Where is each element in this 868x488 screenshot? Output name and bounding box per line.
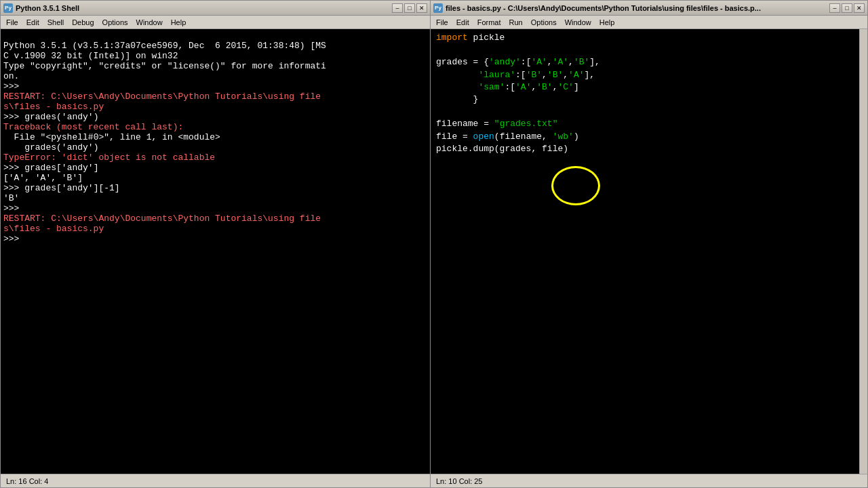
code-line-blank2 [436, 106, 854, 118]
editor-menu-edit[interactable]: Edit [452, 18, 473, 27]
shell-window-icon: Py [3, 3, 13, 13]
code-line-blank1 [436, 44, 854, 56]
code-line-grades4: } [436, 94, 854, 106]
shell-line-1: Python 3.5.1 (v3.5.1:37a07cee5969, Dec 6… [3, 41, 326, 51]
code-line-pickle-dump: pickle.dump(grades, file) [436, 143, 854, 155]
shell-maximize-button[interactable]: □ [404, 3, 415, 13]
shell-close-button[interactable]: ✕ [416, 3, 427, 13]
shell-line-3: Type "copyright", "credits" or "license(… [3, 61, 326, 71]
code-line-filename: filename = "grades.txt" [436, 118, 854, 130]
editor-menu-options[interactable]: Options [527, 18, 561, 27]
shell-traceback-1: Traceback (most recent call last): [3, 122, 183, 132]
shell-result-2: 'B' [3, 193, 19, 203]
shell-menu-help[interactable]: Help [167, 18, 191, 27]
shell-error-1: TypeError: 'dict' object is not callable [3, 152, 215, 163]
shell-menu-window[interactable]: Window [132, 18, 167, 27]
code-line-grades1: grades = {'andy':['A','A','B'], [436, 56, 854, 68]
editor-menu-format[interactable]: Format [473, 18, 505, 27]
code-line-import: import pickle [436, 32, 854, 44]
annotation-circle [551, 166, 600, 205]
shell-menu-debug[interactable]: Debug [68, 18, 98, 27]
editor-status-text: Ln: 10 Col: 25 [436, 477, 483, 485]
shell-restart-2: RESTART: C:\Users\Andy\Documents\Python … [3, 214, 321, 224]
shell-traceback-3: grades('andy') [3, 142, 98, 152]
shell-menu-shell[interactable]: Shell [43, 18, 68, 27]
code-line-file-open: file = open(filename, 'wb') [436, 131, 854, 143]
editor-window-icon: Py [433, 3, 443, 13]
editor-menu-file[interactable]: File [432, 18, 452, 27]
editor-code-area[interactable]: import pickle grades = {'andy':['A','A',… [431, 29, 859, 474]
editor-window: Py files - basics.py - C:\Users\Andy\Doc… [431, 0, 868, 488]
shell-window: Py Python 3.5.1 Shell – □ ✕ File Edit Sh… [0, 0, 431, 488]
editor-body: import pickle grades = {'andy':['A','A',… [431, 29, 867, 474]
editor-titlebar: Py files - basics.py - C:\Users\Andy\Doc… [431, 1, 867, 16]
shell-prompt-5: >>> [3, 203, 24, 214]
code-line-grades2: 'laura':['B','B','A'], [436, 69, 854, 81]
editor-statusbar: Ln: 10 Col: 25 [431, 474, 867, 487]
shell-line-2: C v.1900 32 bit (Intel)] on win32 [3, 51, 178, 61]
shell-window-title: Python 3.5.1 Shell [16, 4, 392, 12]
editor-maximize-button[interactable]: □ [842, 3, 852, 13]
shell-traceback-2: File "<pyshell#0>", line 1, in <module> [3, 132, 220, 142]
editor-menu-help[interactable]: Help [595, 18, 619, 27]
shell-prompt-4: >>> grades['andy'][-1] [3, 183, 120, 193]
shell-restart-2b: s\files - basics.py [3, 224, 104, 234]
shell-prompt-3: >>> grades['andy'] [3, 163, 98, 173]
shell-line-4: on. [3, 71, 19, 81]
shell-restart-1: RESTART: C:\Users\Andy\Documents\Python … [3, 92, 321, 102]
editor-menubar: File Edit Format Run Options Window Help [431, 16, 867, 29]
editor-window-title: files - basics.py - C:\Users\Andy\Docume… [446, 4, 829, 12]
editor-menu-window[interactable]: Window [561, 18, 595, 27]
shell-statusbar: Ln: 16 Col: 4 [1, 474, 430, 487]
shell-minimize-button[interactable]: – [392, 3, 403, 13]
editor-scrollbar[interactable] [859, 29, 867, 474]
shell-menu-file[interactable]: File [2, 18, 22, 27]
shell-menu-options[interactable]: Options [98, 18, 132, 27]
shell-menu-edit[interactable]: Edit [22, 18, 43, 27]
shell-status-text: Ln: 16 Col: 4 [6, 477, 48, 485]
shell-menubar: File Edit Shell Debug Options Window Hel… [1, 16, 430, 29]
editor-titlebar-buttons: – □ ✕ [829, 3, 865, 13]
shell-prompt-6: >>> [3, 234, 24, 244]
editor-menu-run[interactable]: Run [505, 18, 527, 27]
shell-prompt-2: >>> grades('andy') [3, 112, 98, 122]
shell-prompt-1: >>> [3, 81, 24, 92]
code-line-grades3: 'sam':['A','B','C'] [436, 81, 854, 94]
shell-result-1: ['A', 'A', 'B'] [3, 173, 83, 183]
shell-titlebar-buttons: – □ ✕ [392, 3, 427, 13]
shell-titlebar: Py Python 3.5.1 Shell – □ ✕ [1, 1, 430, 16]
shell-output[interactable]: Python 3.5.1 (v3.5.1:37a07cee5969, Dec 6… [1, 29, 430, 474]
shell-restart-1b: s\files - basics.py [3, 102, 104, 112]
editor-minimize-button[interactable]: – [829, 3, 840, 13]
editor-close-button[interactable]: ✕ [854, 3, 865, 13]
